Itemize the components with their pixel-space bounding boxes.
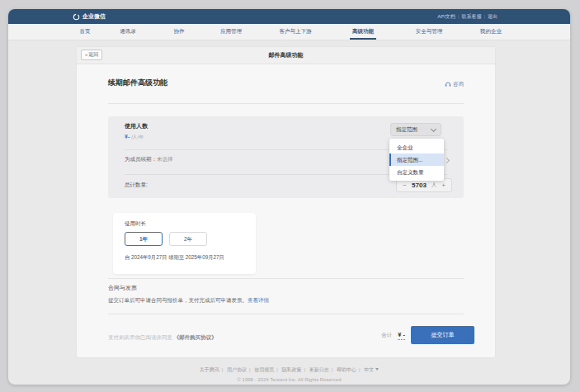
purchase-agreement-link[interactable]: 《邮件购买协议》 (174, 334, 217, 340)
quantity-unit: 人 (431, 182, 437, 189)
renew-value: 未选择 (157, 156, 173, 162)
logout-link[interactable]: 退出 (488, 13, 497, 21)
invoice-desc-text: 提交订单后可申请合同与报价单，支付完成后可申请发票。 (108, 297, 248, 303)
nav-item-collaboration[interactable]: 协作 (172, 24, 187, 38)
menu-item-specified-range[interactable]: 指定范围... (389, 153, 444, 166)
invoice-section-title: 合同与发票 (108, 284, 137, 292)
app-window: 企业微信 API文档 联系客服 退出 首页 通讯录 协作 应用管理 客户与上下游… (8, 9, 570, 385)
duration-1-year-button[interactable]: 1年 (125, 232, 163, 246)
chevron-right-icon[interactable] (444, 158, 450, 163)
footer-language-selector[interactable]: 中文 (364, 367, 379, 372)
range-select-value: 指定范围 (396, 126, 417, 134)
api-docs-link[interactable]: API文档 (437, 13, 461, 21)
wechat-work-logo-icon (73, 13, 80, 21)
brand-name: 企业微信 (83, 12, 106, 21)
consult-link[interactable]: 咨询 (445, 81, 464, 88)
quantity-value[interactable]: 5703 (412, 182, 427, 189)
topbar-links: API文档 联系客服 退出 (437, 13, 497, 21)
footer-links: 关于腾讯 用户协议 使用规范 隐私政策 更新日志 帮助中心 中文 (8, 366, 570, 374)
range-dropdown-menu: 全企业 指定范围... 自定义数量 (389, 139, 444, 181)
page-body: «返回 邮件高级功能 续期邮件高级功能 咨询 (8, 40, 570, 385)
menu-item-custom-quantity[interactable]: 自定义数量 (389, 166, 444, 178)
footer-changelog[interactable]: 更新日志 (309, 367, 336, 372)
page: 企业微信 API文档 联系客服 退出 首页 通讯录 协作 应用管理 客户与上下游… (0, 0, 580, 392)
consult-label: 咨询 (453, 81, 464, 88)
payment-agreement-text: 支付则表示你已阅读并同意 《邮件购买协议》 (108, 334, 217, 342)
checkout-bar: 合计 ¥ - 提交订单 (381, 326, 474, 344)
chevron-down-icon (431, 125, 436, 131)
total-value: ¥ - (398, 331, 405, 340)
nav-item-my-enterprise[interactable]: 我的企业 (478, 24, 504, 38)
footer: 关于腾讯 用户协议 使用规范 隐私政策 更新日志 帮助中心 中文 © 1998 … (8, 366, 570, 382)
footer-privacy-policy[interactable]: 隐私政策 (282, 367, 309, 372)
language-label: 中文 (364, 367, 374, 372)
submit-order-button[interactable]: 提交订单 (411, 326, 474, 344)
caret-down-icon (375, 368, 379, 371)
nav-item-customers[interactable]: 客户与上下游 (277, 24, 314, 38)
brand-logo[interactable]: 企业微信 (73, 12, 106, 21)
nav-item-contacts[interactable]: 通讯录 (117, 24, 139, 38)
duration-options: 1年 2年 (125, 232, 207, 246)
copyright-text: © 1998 - 2024 Tencent Inc. All Rights Re… (8, 377, 570, 382)
price-unit: /人/年 (131, 135, 144, 139)
usage-price: ¥- /人/年 (125, 134, 144, 141)
main-nav: 首页 通讯录 协作 应用管理 客户与上下游 高级功能 安全与管理 我的企业 (8, 24, 570, 40)
duration-2-year-button[interactable]: 2年 (169, 232, 207, 246)
view-details-link[interactable]: 查看详情 (248, 297, 269, 303)
divider (108, 314, 464, 314)
footer-about-tencent[interactable]: 关于腾讯 (200, 367, 226, 372)
renewal-period-text: 自 2024年9月27日 续期至 2025年09月27日 (125, 254, 224, 262)
section-title: 续期邮件高级功能 (108, 78, 167, 88)
minus-button[interactable]: − (403, 182, 407, 189)
agreement-prefix: 支付则表示你已阅读并同意 (108, 334, 174, 340)
renew-label: 为成员续期： (125, 156, 157, 162)
page-title: 邮件高级功能 (77, 47, 495, 64)
topbar: 企业微信 API文档 联系客服 退出 (8, 9, 570, 24)
total-quantity-label: 总计数量: (125, 182, 148, 189)
nav-item-home[interactable]: 首页 (78, 24, 93, 38)
nav-item-advanced-features[interactable]: 高级功能 (350, 24, 376, 40)
duration-label: 使用时长 (125, 220, 146, 228)
price-amount: ¥- (125, 134, 130, 139)
footer-user-agreement[interactable]: 用户协议 (227, 367, 253, 372)
divider (108, 103, 464, 104)
panel-header: «返回 邮件高级功能 (77, 47, 495, 64)
range-select[interactable]: 指定范围 (390, 123, 441, 136)
nav-item-app-management[interactable]: 应用管理 (218, 24, 244, 38)
invoice-description: 提交订单后可申请合同与报价单，支付完成后可申请发票。查看详情 (108, 297, 269, 305)
divider (108, 278, 464, 279)
mail-advanced-panel: «返回 邮件高级功能 续期邮件高级功能 咨询 (77, 47, 495, 357)
footer-help-center[interactable]: 帮助中心 (337, 367, 363, 372)
nav-item-security-management[interactable]: 安全与管理 (413, 24, 446, 38)
footer-usage-rules[interactable]: 使用规范 (254, 367, 281, 372)
plus-button[interactable]: + (441, 182, 446, 189)
headset-icon (445, 81, 451, 88)
total-label: 合计 (381, 332, 392, 339)
menu-item-whole-enterprise[interactable]: 全企业 (389, 141, 444, 153)
contact-support-link[interactable]: 联系客服 (461, 13, 488, 21)
usage-label: 使用人数 (125, 122, 148, 130)
renew-row[interactable]: 为成员续期：未选择 (125, 156, 173, 163)
duration-card: 使用时长 1年 2年 自 2024年9月27日 续期至 2025年09月27日 (113, 213, 256, 274)
